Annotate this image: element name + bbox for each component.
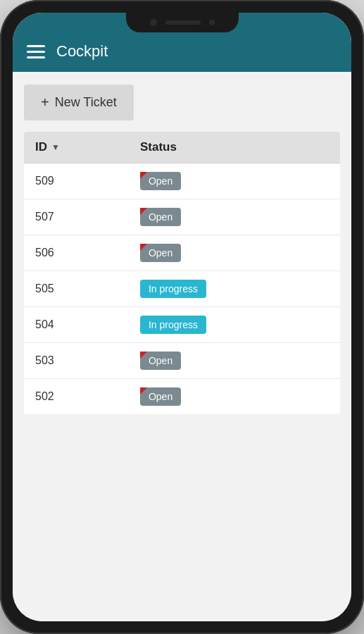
corner-tag-icon: [140, 352, 147, 359]
table-row[interactable]: 504In progress: [24, 307, 340, 343]
status-label: In progress: [149, 283, 198, 294]
status-cell: Open: [140, 352, 329, 370]
status-label: Open: [149, 355, 172, 366]
table-row[interactable]: 505In progress: [24, 271, 340, 307]
ticket-id: 502: [35, 390, 140, 403]
app-title: Cockpit: [56, 42, 108, 61]
ticket-id: 505: [35, 282, 140, 295]
status-column-header: Status: [140, 140, 329, 154]
sort-arrow-icon: ▼: [51, 142, 60, 152]
status-label: In progress: [149, 319, 198, 330]
table-rows-container: 509Open507Open506Open505In progress504In…: [24, 163, 340, 414]
table-row[interactable]: 507Open: [24, 199, 340, 235]
ticket-table: ID ▼ Status 509Open507Open506Open505In p…: [24, 132, 340, 414]
phone-screen: Cockpit + New Ticket ID ▼ Status 50: [13, 13, 351, 621]
sensor: [209, 20, 215, 25]
hamburger-line-3: [27, 56, 45, 58]
phone-notch: [126, 13, 239, 32]
table-row[interactable]: 506Open: [24, 235, 340, 271]
id-column-header[interactable]: ID ▼: [35, 140, 140, 154]
status-badge: Open: [140, 387, 181, 406]
status-badge: Open: [140, 244, 181, 262]
front-camera: [150, 19, 157, 26]
ticket-id: 503: [35, 354, 140, 367]
status-cell: Open: [140, 387, 329, 406]
new-ticket-button[interactable]: + New Ticket: [24, 85, 134, 120]
table-header: ID ▼ Status: [24, 132, 340, 163]
status-cell: In progress: [140, 316, 329, 334]
app-header: Cockpit: [13, 32, 351, 72]
corner-tag-icon: [140, 244, 147, 251]
ticket-id: 507: [35, 211, 140, 223]
new-ticket-label: New Ticket: [55, 95, 117, 110]
hamburger-line-1: [27, 45, 45, 47]
status-label: Open: [149, 247, 172, 259]
status-badge: In progress: [140, 280, 206, 298]
status-cell: Open: [140, 208, 329, 226]
table-row[interactable]: 502Open: [24, 379, 340, 414]
ticket-id: 509: [35, 175, 140, 187]
table-row[interactable]: 503Open: [24, 343, 340, 379]
speaker: [165, 20, 201, 25]
status-badge: Open: [140, 352, 181, 370]
status-badge: In progress: [140, 316, 206, 334]
ticket-id: 506: [35, 247, 140, 259]
status-label: Open: [149, 175, 172, 187]
status-label: Open: [149, 211, 172, 223]
phone-frame: Cockpit + New Ticket ID ▼ Status 50: [0, 0, 364, 634]
status-label: Open: [149, 391, 172, 402]
corner-tag-icon: [140, 172, 147, 179]
ticket-id: 504: [35, 318, 140, 331]
hamburger-line-2: [27, 51, 45, 53]
status-cell: Open: [140, 244, 329, 262]
table-row[interactable]: 509Open: [24, 163, 340, 199]
plus-icon: +: [41, 94, 49, 111]
status-badge: Open: [140, 208, 181, 226]
status-cell: In progress: [140, 280, 329, 298]
hamburger-menu-button[interactable]: [27, 45, 45, 58]
status-cell: Open: [140, 172, 329, 190]
corner-tag-icon: [140, 208, 147, 215]
corner-tag-icon: [140, 387, 147, 394]
app-content: + New Ticket ID ▼ Status 509Open507Open5…: [13, 72, 351, 621]
status-badge: Open: [140, 172, 181, 190]
